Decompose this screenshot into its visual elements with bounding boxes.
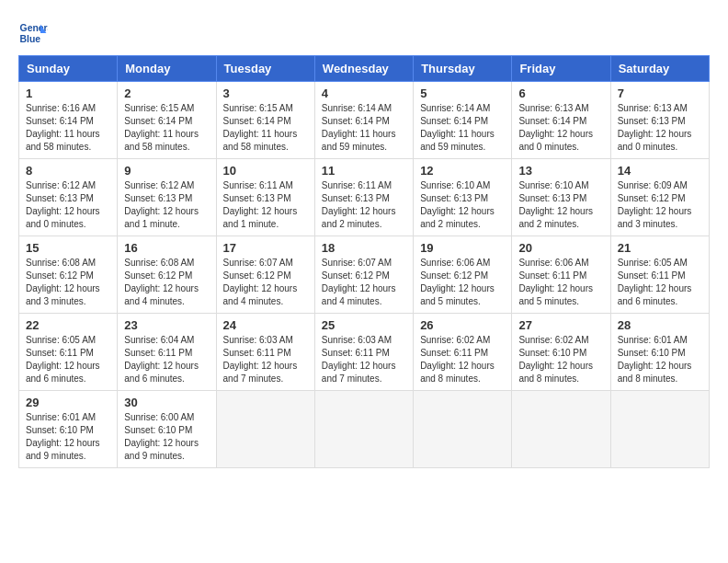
calendar-week-row: 8Sunrise: 6:12 AM Sunset: 6:13 PM Daylig… [19, 159, 710, 236]
calendar-week-row: 1Sunrise: 6:16 AM Sunset: 6:14 PM Daylig… [19, 82, 710, 159]
day-info: Sunrise: 6:07 AM Sunset: 6:12 PM Dayligh… [322, 257, 406, 308]
day-number: 30 [124, 396, 209, 409]
day-info: Sunrise: 6:03 AM Sunset: 6:11 PM Dayligh… [223, 334, 308, 385]
day-info: Sunrise: 6:05 AM Sunset: 6:11 PM Dayligh… [618, 257, 702, 308]
calendar-cell: 25Sunrise: 6:03 AM Sunset: 6:11 PM Dayli… [314, 314, 413, 391]
day-number: 8 [26, 164, 110, 178]
calendar-cell: 5Sunrise: 6:14 AM Sunset: 6:14 PM Daylig… [414, 82, 512, 159]
day-number: 7 [618, 86, 702, 100]
column-header-wednesday: Wednesday [314, 56, 413, 82]
calendar-cell: 4Sunrise: 6:14 AM Sunset: 6:14 PM Daylig… [314, 82, 413, 159]
day-number: 5 [420, 86, 505, 100]
calendar-cell: 12Sunrise: 6:10 AM Sunset: 6:13 PM Dayli… [414, 159, 512, 236]
column-header-saturday: Saturday [610, 56, 709, 82]
calendar-cell: 26Sunrise: 6:02 AM Sunset: 6:11 PM Dayli… [414, 314, 512, 391]
calendar-cell: 3Sunrise: 6:15 AM Sunset: 6:14 PM Daylig… [216, 82, 314, 159]
day-info: Sunrise: 6:10 AM Sunset: 6:13 PM Dayligh… [518, 179, 603, 231]
calendar-cell [216, 391, 314, 468]
calendar-cell: 17Sunrise: 6:07 AM Sunset: 6:12 PM Dayli… [216, 236, 314, 314]
calendar-table: SundayMondayTuesdayWednesdayThursdayFrid… [18, 55, 710, 468]
calendar-cell: 11Sunrise: 6:11 AM Sunset: 6:13 PM Dayli… [314, 159, 413, 236]
day-number: 24 [223, 318, 308, 332]
day-info: Sunrise: 6:05 AM Sunset: 6:11 PM Dayligh… [26, 334, 110, 385]
day-number: 25 [322, 318, 406, 332]
column-header-friday: Friday [512, 56, 610, 82]
day-number: 12 [420, 164, 505, 178]
calendar-cell [314, 391, 413, 468]
day-info: Sunrise: 6:01 AM Sunset: 6:10 PM Dayligh… [618, 334, 702, 385]
day-number: 18 [322, 241, 406, 255]
calendar-cell [610, 391, 709, 468]
day-info: Sunrise: 6:09 AM Sunset: 6:12 PM Dayligh… [618, 179, 702, 231]
day-number: 2 [124, 86, 209, 100]
day-number: 6 [518, 86, 603, 100]
day-number: 9 [124, 164, 209, 178]
day-number: 21 [618, 241, 702, 255]
calendar-header-row: SundayMondayTuesdayWednesdayThursdayFrid… [19, 56, 710, 82]
column-header-tuesday: Tuesday [216, 56, 314, 82]
day-number: 10 [223, 164, 308, 178]
calendar-cell [414, 391, 512, 468]
calendar-cell: 14Sunrise: 6:09 AM Sunset: 6:12 PM Dayli… [610, 159, 709, 236]
calendar-cell: 16Sunrise: 6:08 AM Sunset: 6:12 PM Dayli… [118, 236, 216, 314]
column-header-sunday: Sunday [19, 56, 118, 82]
day-info: Sunrise: 6:13 AM Sunset: 6:13 PM Dayligh… [618, 102, 702, 154]
column-header-thursday: Thursday [414, 56, 512, 82]
calendar-cell: 27Sunrise: 6:02 AM Sunset: 6:10 PM Dayli… [512, 314, 610, 391]
calendar-cell: 18Sunrise: 6:07 AM Sunset: 6:12 PM Dayli… [314, 236, 413, 314]
day-number: 22 [26, 318, 110, 332]
calendar-cell: 8Sunrise: 6:12 AM Sunset: 6:13 PM Daylig… [19, 159, 118, 236]
day-info: Sunrise: 6:11 AM Sunset: 6:13 PM Dayligh… [223, 179, 308, 231]
day-number: 1 [26, 86, 110, 100]
calendar-cell: 28Sunrise: 6:01 AM Sunset: 6:10 PM Dayli… [610, 314, 709, 391]
day-number: 14 [618, 164, 702, 178]
calendar-cell: 29Sunrise: 6:01 AM Sunset: 6:10 PM Dayli… [19, 391, 118, 468]
day-info: Sunrise: 6:06 AM Sunset: 6:12 PM Dayligh… [420, 257, 505, 308]
calendar-cell: 2Sunrise: 6:15 AM Sunset: 6:14 PM Daylig… [118, 82, 216, 159]
calendar-cell: 19Sunrise: 6:06 AM Sunset: 6:12 PM Dayli… [414, 236, 512, 314]
day-info: Sunrise: 6:04 AM Sunset: 6:11 PM Dayligh… [124, 334, 209, 385]
day-number: 29 [26, 396, 110, 409]
day-number: 19 [420, 241, 505, 255]
day-number: 4 [322, 86, 406, 100]
calendar-cell [512, 391, 610, 468]
svg-text:Blue: Blue [20, 34, 41, 44]
calendar-week-row: 22Sunrise: 6:05 AM Sunset: 6:11 PM Dayli… [19, 314, 710, 391]
calendar-cell: 24Sunrise: 6:03 AM Sunset: 6:11 PM Dayli… [216, 314, 314, 391]
calendar-cell: 1Sunrise: 6:16 AM Sunset: 6:14 PM Daylig… [19, 82, 118, 159]
calendar-cell: 23Sunrise: 6:04 AM Sunset: 6:11 PM Dayli… [118, 314, 216, 391]
day-number: 20 [518, 241, 603, 255]
calendar-cell: 30Sunrise: 6:00 AM Sunset: 6:10 PM Dayli… [118, 391, 216, 468]
day-info: Sunrise: 6:15 AM Sunset: 6:14 PM Dayligh… [223, 102, 308, 154]
day-number: 11 [322, 164, 406, 178]
day-number: 23 [124, 318, 209, 332]
logo-icon: General Blue [18, 18, 48, 48]
calendar-cell: 6Sunrise: 6:13 AM Sunset: 6:14 PM Daylig… [512, 82, 610, 159]
day-number: 3 [223, 86, 308, 100]
calendar-cell: 7Sunrise: 6:13 AM Sunset: 6:13 PM Daylig… [610, 82, 709, 159]
day-number: 27 [518, 318, 603, 332]
calendar-cell: 15Sunrise: 6:08 AM Sunset: 6:12 PM Dayli… [19, 236, 118, 314]
calendar-cell: 10Sunrise: 6:11 AM Sunset: 6:13 PM Dayli… [216, 159, 314, 236]
day-info: Sunrise: 6:13 AM Sunset: 6:14 PM Dayligh… [518, 102, 603, 154]
calendar-cell: 22Sunrise: 6:05 AM Sunset: 6:11 PM Dayli… [19, 314, 118, 391]
day-info: Sunrise: 6:02 AM Sunset: 6:10 PM Dayligh… [518, 334, 603, 385]
day-number: 28 [618, 318, 702, 332]
day-info: Sunrise: 6:06 AM Sunset: 6:11 PM Dayligh… [518, 257, 603, 308]
day-number: 26 [420, 318, 505, 332]
day-info: Sunrise: 6:01 AM Sunset: 6:10 PM Dayligh… [26, 411, 110, 463]
day-info: Sunrise: 6:03 AM Sunset: 6:11 PM Dayligh… [322, 334, 406, 385]
day-info: Sunrise: 6:08 AM Sunset: 6:12 PM Dayligh… [26, 257, 110, 308]
day-info: Sunrise: 6:00 AM Sunset: 6:10 PM Dayligh… [124, 411, 209, 463]
day-info: Sunrise: 6:11 AM Sunset: 6:13 PM Dayligh… [322, 179, 406, 231]
calendar-week-row: 15Sunrise: 6:08 AM Sunset: 6:12 PM Dayli… [19, 236, 710, 314]
page-header: General Blue [18, 18, 710, 48]
day-info: Sunrise: 6:14 AM Sunset: 6:14 PM Dayligh… [420, 102, 505, 154]
day-number: 15 [26, 241, 110, 255]
calendar-cell: 9Sunrise: 6:12 AM Sunset: 6:13 PM Daylig… [118, 159, 216, 236]
day-info: Sunrise: 6:12 AM Sunset: 6:13 PM Dayligh… [124, 179, 209, 231]
logo: General Blue [18, 18, 48, 48]
day-info: Sunrise: 6:10 AM Sunset: 6:13 PM Dayligh… [420, 179, 505, 231]
day-info: Sunrise: 6:08 AM Sunset: 6:12 PM Dayligh… [124, 257, 209, 308]
day-info: Sunrise: 6:07 AM Sunset: 6:12 PM Dayligh… [223, 257, 308, 308]
